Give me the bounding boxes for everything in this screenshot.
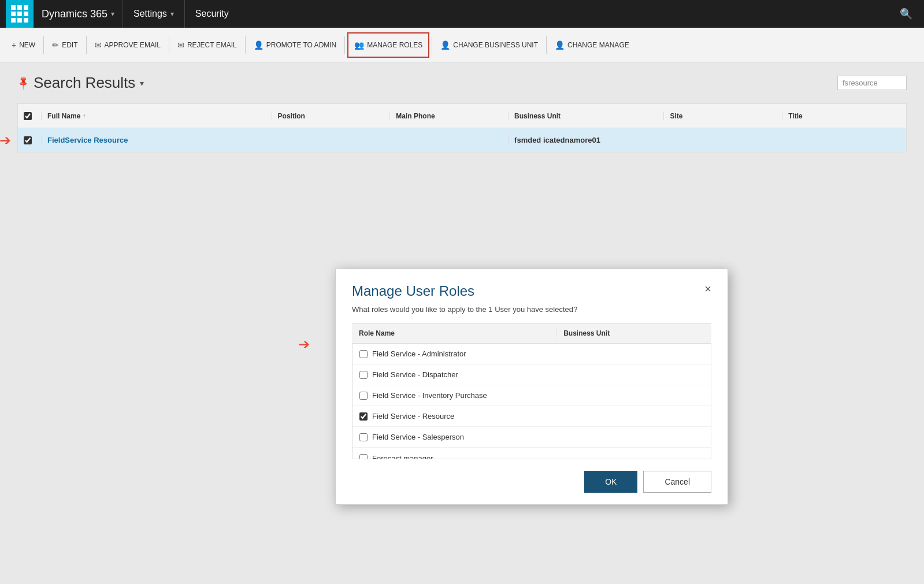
role-label: Field Service - Dispatcher xyxy=(372,370,458,379)
role-label: Forecast manager xyxy=(372,454,433,460)
change-manage-label: CHANGE MANAGE xyxy=(567,41,629,49)
role-label: Field Service - Resource xyxy=(372,412,454,421)
table-row: ➔ FieldService Resource fsmded icatednam… xyxy=(18,128,906,152)
fullname-label: Full Name xyxy=(47,112,80,120)
col-header-title: Title xyxy=(782,112,900,120)
nav-security-label: Security xyxy=(195,9,229,19)
main-content: 📌 Search Results ▾ fsresource Full Name … xyxy=(0,62,924,401)
list-item: Field Service - Dispatcher xyxy=(352,364,711,385)
ok-button[interactable]: OK xyxy=(584,471,637,493)
role-checkbox[interactable] xyxy=(359,350,368,358)
search-box-right[interactable]: fsresource xyxy=(837,76,907,90)
nav-search-icon[interactable]: 🔍 xyxy=(894,8,918,20)
modal-header: Manage User Roles × xyxy=(336,269,728,305)
sort-icon[interactable]: ↑ xyxy=(83,113,86,119)
col-header-site: Site xyxy=(663,112,782,120)
promote-admin-icon: 👤 xyxy=(254,40,264,50)
cancel-button[interactable]: Cancel xyxy=(643,471,711,493)
col-header-fullname: Full Name ↑ xyxy=(41,112,272,120)
header-checkbox-col[interactable] xyxy=(24,112,41,120)
approve-email-label: APPROVE EMAIL xyxy=(105,41,161,49)
list-item: Field Service - Inventory Purchase xyxy=(352,385,711,406)
search-results-dropdown[interactable]: ▾ xyxy=(140,79,144,88)
role-checkbox[interactable] xyxy=(359,392,368,400)
modal-title: Manage User Roles xyxy=(352,283,474,299)
manage-roles-label: MANAGE ROLES xyxy=(367,41,422,49)
search-box-value: fsresource xyxy=(843,79,878,87)
modal-close-button[interactable]: × xyxy=(704,283,711,295)
list-item: Field Service - Resource xyxy=(352,406,711,427)
change-business-unit-button[interactable]: 👤 CHANGE BUSINESS UNIT xyxy=(435,32,544,58)
app-launcher-icon[interactable] xyxy=(6,0,34,28)
col-header-position: Position xyxy=(272,112,390,120)
approve-email-button[interactable]: ✉ APPROVE EMAIL xyxy=(89,32,166,58)
edit-label: EDIT xyxy=(62,41,77,49)
manage-roles-button[interactable]: 👥 MANAGE ROLES xyxy=(347,32,429,58)
toolbar: + NEW ✏ EDIT ✉ APPROVE EMAIL ✉ REJECT EM… xyxy=(0,28,924,62)
promote-to-admin-label: PROMOTE TO ADMIN xyxy=(266,41,337,49)
nav-brand-arrow: ▾ xyxy=(111,10,114,18)
reject-email-button[interactable]: ✉ REJECT EMAIL xyxy=(172,32,243,58)
separator-5 xyxy=(344,36,345,54)
row-business-unit-value: fsmded icatednamore01 xyxy=(514,136,600,144)
row-fullname: FieldService Resource xyxy=(41,136,272,144)
site-label: Site xyxy=(670,112,682,120)
nav-brand-label: Dynamics 365 xyxy=(42,8,107,20)
role-label: Field Service - Administrator xyxy=(372,349,466,358)
change-business-unit-icon: 👤 xyxy=(440,40,450,50)
separator-4 xyxy=(245,36,246,54)
edit-button[interactable]: ✏ EDIT xyxy=(46,32,83,58)
modal-footer: OK Cancel xyxy=(336,459,728,504)
row-name-link[interactable]: FieldService Resource xyxy=(47,136,128,144)
separator-3 xyxy=(169,36,169,54)
separator-1 xyxy=(43,36,44,54)
separator-6 xyxy=(432,36,432,54)
role-checkbox[interactable] xyxy=(359,433,368,441)
edit-icon: ✏ xyxy=(52,40,59,50)
separator-7 xyxy=(546,36,547,54)
roles-list: Field Service - AdministratorField Servi… xyxy=(352,344,711,459)
new-icon: + xyxy=(12,40,16,50)
col-header-phone: Main Phone xyxy=(389,112,508,120)
position-label: Position xyxy=(278,112,305,120)
phone-label: Main Phone xyxy=(396,112,435,120)
new-label: NEW xyxy=(19,41,35,49)
role-label: Field Service - Salesperson xyxy=(372,433,464,441)
resource-arrow-indicator: ➔ xyxy=(298,336,310,352)
row-arrow-indicator: ➔ xyxy=(0,132,11,148)
nav-settings[interactable]: Settings ▾ xyxy=(123,0,185,28)
grid-header: Full Name ↑ Position Main Phone Business… xyxy=(18,104,906,128)
new-button[interactable]: + NEW xyxy=(6,32,41,58)
change-manage-icon: 👤 xyxy=(555,40,565,50)
change-manage-button[interactable]: 👤 CHANGE MANAGE xyxy=(549,32,635,58)
search-results-title: Search Results xyxy=(34,74,135,92)
role-checkbox[interactable] xyxy=(359,412,368,421)
roles-col-business-header: Business Unit xyxy=(556,329,711,337)
modal-subtitle: What roles would you like to apply to th… xyxy=(336,305,728,323)
nav-security: Security xyxy=(185,0,239,28)
approve-email-icon: ✉ xyxy=(95,40,102,50)
row-checkbox-col[interactable] xyxy=(24,136,41,144)
business-unit-label: Business Unit xyxy=(514,112,561,120)
manage-roles-icon: 👥 xyxy=(354,40,364,50)
title-label: Title xyxy=(788,112,802,120)
list-item: Field Service - Salesperson xyxy=(352,427,711,448)
col-header-business-unit: Business Unit xyxy=(508,112,663,120)
separator-2 xyxy=(86,36,87,54)
reject-email-icon: ✉ xyxy=(177,40,184,50)
top-navigation: Dynamics 365 ▾ Settings ▾ Security 🔍 xyxy=(0,0,924,28)
row-checkbox[interactable] xyxy=(24,136,32,144)
nav-brand[interactable]: Dynamics 365 ▾ xyxy=(34,0,123,28)
role-checkbox[interactable] xyxy=(359,454,368,459)
change-business-unit-label: CHANGE BUSINESS UNIT xyxy=(453,41,538,49)
roles-col-name-header: Role Name xyxy=(352,329,556,337)
select-all-checkbox[interactable] xyxy=(24,112,32,120)
role-checkbox[interactable] xyxy=(359,371,368,379)
list-item: Field Service - Administrator xyxy=(352,344,711,364)
promote-to-admin-button[interactable]: 👤 PROMOTE TO ADMIN xyxy=(248,32,343,58)
manage-roles-dialog: Manage User Roles × What roles would you… xyxy=(335,269,728,505)
search-results-header: 📌 Search Results ▾ fsresource xyxy=(17,74,907,92)
nav-settings-arrow: ▾ xyxy=(170,10,174,18)
data-grid: Full Name ↑ Position Main Phone Business… xyxy=(17,103,907,153)
nav-settings-label: Settings xyxy=(133,9,167,19)
